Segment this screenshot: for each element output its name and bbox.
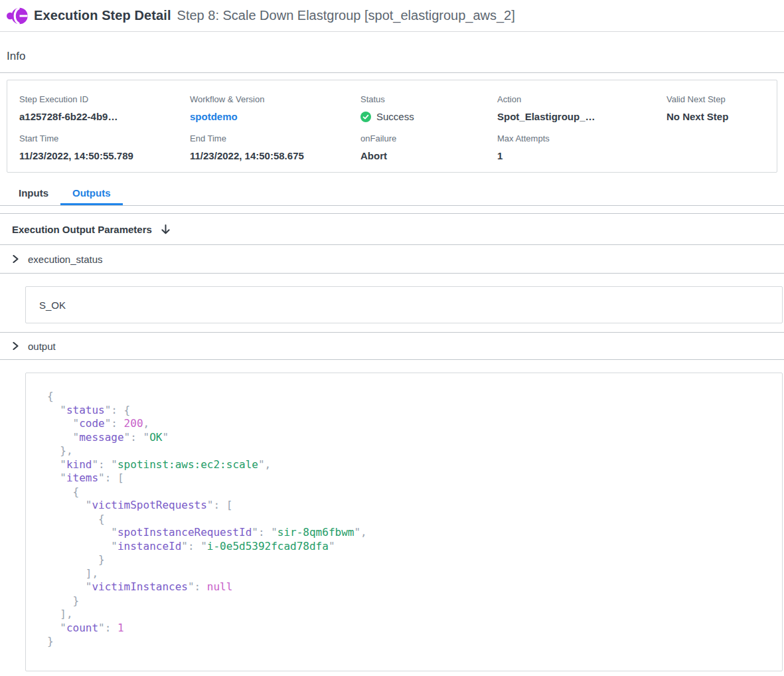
page-subtitle: Step 8: Scale Down Elastgroup [spot_elas… (177, 8, 515, 23)
output-json-code: { "status": { "code": 200, "message": "O… (47, 390, 775, 649)
section-title: Execution Output Parameters (12, 224, 152, 235)
field-action: Action Spot_Elastigroup_… (497, 94, 666, 124)
workflow-link[interactable]: spotdemo (190, 111, 360, 122)
field-value: 11/23/2022, 14:50:55.789 (19, 150, 190, 161)
param-name: execution_status (28, 254, 103, 265)
field-label: Status (360, 94, 497, 104)
field-label: Max Attempts (497, 133, 666, 143)
field-value: Abort (360, 150, 497, 161)
info-panel: Step Execution ID a125728f-6b22-4b9… Wor… (7, 80, 777, 173)
app-header: Execution Step Detail Step 8: Scale Down… (0, 0, 784, 32)
page-title: Execution Step Detail (34, 8, 171, 23)
tabbar: Inputs Outputs (0, 183, 784, 206)
field-label: Valid Next Step (666, 94, 777, 104)
chevron-right-icon (12, 342, 19, 350)
field-value: No Next Step (666, 111, 777, 122)
field-onfailure: onFailure Abort (360, 133, 497, 163)
field-label: Start Time (19, 133, 190, 143)
field-label: Action (497, 94, 666, 104)
success-check-icon (360, 112, 371, 122)
output-json-box: { "status": { "code": 200, "message": "O… (25, 373, 783, 671)
field-end-time: End Time 11/23/2022, 14:50:58.675 (190, 133, 360, 163)
spot-logo-icon (7, 7, 28, 25)
execution-output-parameters-header: Execution Output Parameters (0, 214, 784, 245)
status-badge: Success (360, 111, 497, 122)
field-label: End Time (190, 133, 360, 143)
field-label: Step Execution ID (19, 94, 190, 104)
param-row-execution-status[interactable]: execution_status (0, 245, 784, 274)
param-row-output[interactable]: output (0, 333, 784, 360)
field-start-time: Start Time 11/23/2022, 14:50:55.789 (19, 133, 190, 163)
arrow-down-icon (161, 224, 170, 234)
chevron-right-icon (12, 255, 19, 263)
field-label: onFailure (360, 133, 497, 143)
output-json-wrap: { "status": { "code": 200, "message": "O… (0, 360, 784, 671)
param-name: output (28, 341, 56, 352)
field-step-execution-id: Step Execution ID a125728f-6b22-4b9… (19, 94, 190, 124)
status-text: Success (376, 111, 414, 122)
info-section-heading: Info (0, 32, 784, 63)
execution-status-value: S_OK (25, 286, 783, 323)
tab-inputs[interactable]: Inputs (7, 183, 60, 205)
field-value: Spot_Elastigroup_… (497, 111, 666, 122)
field-valid-next-step: Valid Next Step No Next Step (666, 94, 777, 124)
field-value: a125728f-6b22-4b9… (19, 111, 190, 122)
tab-outputs[interactable]: Outputs (60, 183, 123, 205)
field-max-attempts: Max Attempts 1 (497, 133, 666, 163)
field-status: Status Success (360, 94, 497, 124)
field-value: 11/23/2022, 14:50:58.675 (190, 150, 360, 161)
field-workflow-version: Workflow & Version spotdemo (190, 94, 360, 124)
execution-status-value-wrap: S_OK (0, 274, 784, 332)
divider (0, 72, 784, 73)
field-label: Workflow & Version (190, 94, 360, 104)
field-value: 1 (497, 150, 666, 161)
